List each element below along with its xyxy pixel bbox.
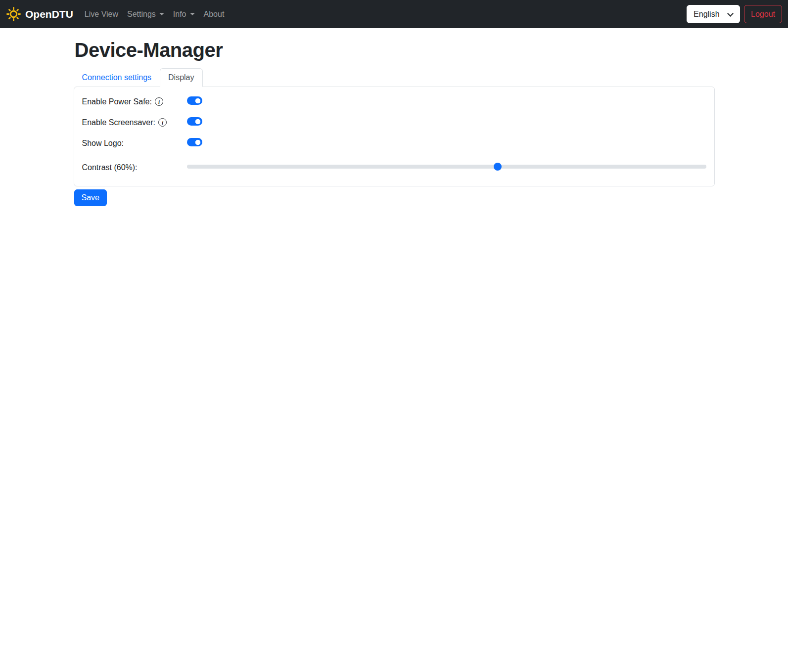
navbar-right: English Logout xyxy=(687,5,782,23)
nav-item-info[interactable]: Info xyxy=(169,6,199,23)
nav-item-about[interactable]: About xyxy=(199,6,229,23)
main-content: Device-Manager Connection settings Displ… xyxy=(68,28,721,206)
chevron-down-icon xyxy=(190,13,195,15)
form-row-contrast: Contrast (60%): xyxy=(82,158,706,178)
brand-label: OpenDTU xyxy=(25,8,73,20)
show-logo-label: Show Logo: xyxy=(82,139,124,148)
display-settings-card: Enable Power Safe: i Enable Screensaver:… xyxy=(74,87,715,186)
enable-power-safe-toggle[interactable] xyxy=(187,96,202,105)
tab-connection-settings[interactable]: Connection settings xyxy=(74,68,160,87)
logout-button[interactable]: Logout xyxy=(744,5,782,23)
tab-bar: Connection settings Display xyxy=(74,68,715,87)
contrast-slider[interactable] xyxy=(187,163,706,171)
info-icon[interactable]: i xyxy=(155,97,163,106)
info-icon[interactable]: i xyxy=(158,118,167,127)
contrast-label: Contrast (60%): xyxy=(82,163,138,172)
show-logo-toggle[interactable] xyxy=(187,138,202,146)
language-select-wrap: English xyxy=(687,5,740,23)
language-select[interactable]: English xyxy=(687,5,740,23)
form-row-show-logo: Show Logo: xyxy=(82,137,706,149)
form-row-power-safe: Enable Power Safe: i xyxy=(82,95,706,108)
chevron-down-icon xyxy=(159,13,164,15)
nav-item-live-view[interactable]: Live View xyxy=(80,6,123,23)
form-row-screensaver: Enable Screensaver: i xyxy=(82,116,706,129)
save-button[interactable]: Save xyxy=(74,189,107,206)
top-navbar: OpenDTU Live View Settings Info About En… xyxy=(0,0,788,28)
tab-display[interactable]: Display xyxy=(160,68,202,87)
enable-screensaver-toggle[interactable] xyxy=(187,117,202,126)
enable-screensaver-label: Enable Screensaver: xyxy=(82,118,156,127)
navbar-left: OpenDTU Live View Settings Info About xyxy=(6,4,229,24)
opendtu-sun-logo-icon xyxy=(6,6,21,22)
enable-power-safe-label: Enable Power Safe: xyxy=(82,97,152,106)
brand-link[interactable]: OpenDTU xyxy=(6,4,73,24)
page-title: Device-Manager xyxy=(75,39,715,61)
nav-item-settings[interactable]: Settings xyxy=(123,6,169,23)
